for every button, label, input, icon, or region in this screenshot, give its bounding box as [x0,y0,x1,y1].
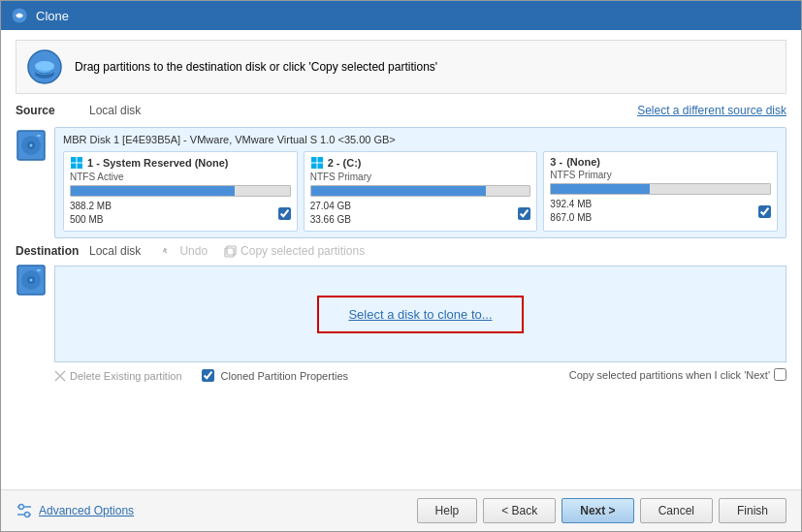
source-panel: MBR Disk 1 [E4E93B5A] - VMware, VMware V… [54,127,786,238]
copy-when-next: Copy selected partitions when I click 'N… [569,368,786,381]
source-sublabel: Local disk [89,104,141,117]
partition-2-bar [311,186,487,196]
partition-1-bar [71,186,235,196]
undo-button[interactable]: Undo [162,244,208,258]
partition-2-footer: 27.04 GB 33.66 GB [310,200,531,227]
delete-partition-option: Delete Existing partition [54,369,182,382]
destination-section: Destination Local disk Undo [16,244,786,480]
dest-toolbar: Undo Copy selected partitions [162,244,365,258]
svg-rect-16 [311,164,317,170]
undo-icon [162,244,176,258]
partition-1-bar-container [70,185,291,197]
partition-3-header: 3 - (None) [550,156,771,168]
svg-rect-15 [317,157,323,163]
partition-2-size1: 27.04 GB [310,200,351,213]
cloned-props-checkbox[interactable] [202,369,214,382]
help-button[interactable]: Help [417,498,478,523]
instruction-bar: Drag partitions to the destination disk … [16,40,786,94]
partition-1-size1: 388.2 MB [70,200,112,213]
partition-1-sizes: 388.2 MB 500 MB [70,200,112,227]
copy-label: Copy selected partitions [241,244,365,258]
footer: Advanced Options Help < Back Next > Canc… [1,489,801,531]
partition-2-sizes: 27.04 GB 33.66 GB [310,200,351,227]
title-bar: Clone [1,1,801,30]
copy-selected-button[interactable]: Copy selected partitions [223,244,365,258]
partition-3-checkbox[interactable] [758,205,771,218]
partition-1-size2: 500 MB [70,213,112,227]
dest-header-row: Destination Local disk Undo [16,244,786,258]
partition-3-num: 3 - [550,156,562,168]
svg-point-23 [30,279,33,282]
partition-item-3: 3 - (None) NTFS Primary 392.4 MB 867.0 M [543,151,778,232]
svg-point-27 [19,505,24,510]
partition-2-size2: 33.66 GB [310,213,351,227]
copy-next-label: Copy selected partitions when I click 'N… [569,369,770,381]
footer-buttons: Help < Back Next > Cancel Finish [417,498,786,523]
partition-3-footer: 392.4 MB 867.0 MB [550,198,771,225]
finish-button[interactable]: Finish [719,498,786,523]
instruction-icon [26,48,63,85]
destination-label: Destination [16,244,83,258]
svg-rect-10 [71,157,77,163]
windows-icon-2 [310,156,324,170]
source-section-left: Source Local disk [16,104,141,117]
copy-icon [223,244,237,258]
svg-rect-18 [225,248,234,257]
windows-icon-1 [70,156,83,170]
partition-1-type: NTFS Active [70,172,291,182]
next-button[interactable]: Next > [561,498,633,523]
partition-2-name: 2 - (C:) [328,157,362,169]
select-different-source-link[interactable]: Select a different source disk [637,104,786,117]
advanced-options-icon [16,502,33,519]
svg-rect-24 [37,269,41,271]
footer-left: Advanced Options [16,502,417,519]
partition-3-bar [551,184,650,194]
svg-rect-9 [37,135,41,137]
partition-item-1: 1 - System Reserved (None) NTFS Active 3… [63,151,298,232]
cancel-button[interactable]: Cancel [640,498,713,523]
select-disk-box[interactable]: Select a disk to clone to... [317,296,523,333]
content-area: Drag partitions to the destination disk … [1,30,801,489]
dest-options: Delete Existing partition Cloned Partiti… [54,369,348,382]
partition-1-name: 1 - System Reserved (None) [87,157,229,169]
svg-rect-19 [227,246,236,255]
select-disk-link[interactable]: Select a disk to clone to... [348,307,492,322]
partition-3-size2: 867.0 MB [550,211,592,225]
mbr-label: MBR Disk 1 [E4E93B5A] - VMware, VMware V… [63,134,778,145]
copy-next-checkbox[interactable] [774,368,786,381]
partition-1-header: 1 - System Reserved (None) [70,156,291,170]
svg-rect-11 [78,157,83,163]
source-section: Source Local disk Select a different sou… [16,104,786,238]
svg-rect-14 [311,157,317,163]
dest-bottom-row: Delete Existing partition Cloned Partiti… [54,365,786,382]
partition-2-checkbox[interactable] [518,207,530,220]
back-button[interactable]: < Back [483,498,556,523]
partition-item-2: 2 - (C:) NTFS Primary 27.04 GB 33.66 GB [304,151,538,232]
cloned-props-option: Cloned Partition Properties [202,369,348,382]
partition-2-header: 2 - (C:) [310,156,531,170]
partition-1-footer: 388.2 MB 500 MB [70,200,291,227]
dest-disk-icon [16,262,47,298]
svg-point-30 [25,513,30,517]
source-label: Source [16,104,83,117]
partition-2-type: NTFS Primary [310,172,531,182]
dest-row: Select a disk to clone to... Delete E [16,262,786,480]
destination-sublabel: Local disk [89,244,141,258]
svg-rect-12 [71,164,77,170]
svg-point-8 [30,144,33,147]
delete-partition-icon [54,370,66,382]
clone-window: Clone Drag partitions to the destination… [0,0,802,532]
instruction-text: Drag partitions to the destination disk … [75,60,437,74]
dest-content: Select a disk to clone to... Delete E [54,262,786,382]
source-disk-icon [16,127,47,164]
partition-1-checkbox[interactable] [278,207,291,220]
undo-label: Undo [179,244,208,258]
window-title: Clone [36,9,69,23]
delete-partition-label: Delete Existing partition [70,370,182,382]
svg-rect-13 [78,164,83,170]
source-row: MBR Disk 1 [E4E93B5A] - VMware, VMware V… [16,127,786,238]
partitions-row: 1 - System Reserved (None) NTFS Active 3… [63,151,778,232]
partition-2-bar-container [310,185,531,197]
svg-rect-17 [317,164,323,170]
advanced-options-link[interactable]: Advanced Options [39,504,134,517]
